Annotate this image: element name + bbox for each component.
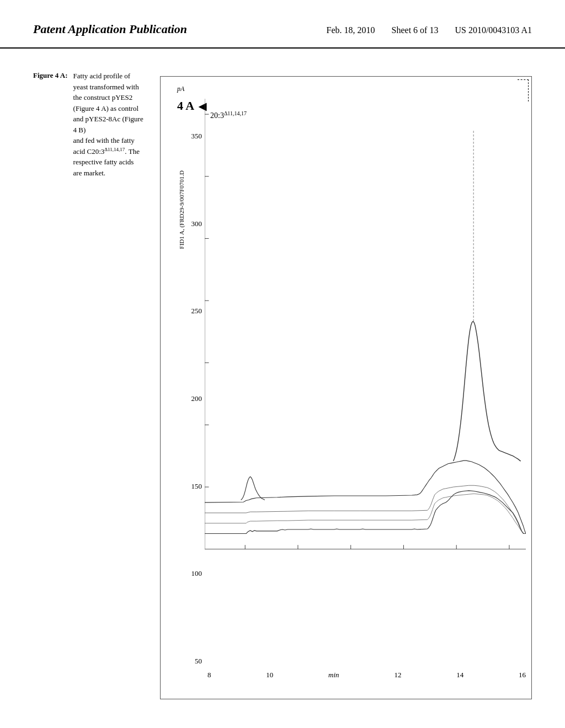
- y-axis-label: pA: [177, 85, 184, 93]
- dashed-corner: [518, 79, 529, 101]
- x-tick-8: 8: [207, 671, 211, 679]
- chromatogram-svg: [205, 99, 526, 565]
- publication-title: Patent Application Publication: [33, 22, 187, 36]
- figure-caption-text: Fatty acid profile of yeast transformed …: [73, 71, 143, 178]
- x-axis-ticks: 8 10 min 12 14 16: [207, 671, 526, 679]
- y-axis-ticks: 50 100 150 200 250 300 350: [185, 132, 202, 666]
- figure-label-key: Figure 4 A:: [33, 71, 68, 178]
- chart-container: 4 A ◀ 20:3Δ11,14,17 pA FID1 A, (FRD29-9/…: [160, 76, 532, 699]
- publication-date: Feb. 18, 2010: [327, 25, 375, 35]
- y-tick-250: 250: [185, 307, 202, 315]
- caption-superscript: Δ11,14,17: [104, 147, 125, 152]
- y-tick-100: 100: [185, 569, 202, 578]
- y-tick-300: 300: [185, 220, 202, 228]
- y-tick-200: 200: [185, 394, 202, 403]
- x-tick-16: 16: [519, 671, 526, 679]
- chart-inner: 4 A ◀ 20:3Δ11,14,17 pA FID1 A, (FRD29-9/…: [161, 77, 531, 699]
- sheet-info: Sheet 6 of 13: [392, 25, 439, 35]
- x-tick-12: 12: [394, 671, 401, 679]
- y-tick-50: 50: [185, 657, 202, 666]
- header-metadata: Feb. 18, 2010 Sheet 6 of 13 US 2010/0043…: [327, 25, 532, 35]
- figure-caption: Figure 4 A: Fatty acid profile of yeast …: [33, 71, 143, 178]
- patent-number: US 2010/0043103 A1: [455, 25, 532, 35]
- caption-area: Figure 4 A: Fatty acid profile of yeast …: [33, 71, 143, 699]
- chart-figure-label: 4 A ◀: [177, 99, 206, 113]
- x-tick-14: 14: [456, 671, 463, 679]
- x-tick-min: min: [328, 671, 339, 679]
- fid-label: FID1 A, (FRD29-9/007F0701.D: [178, 170, 185, 249]
- page-container: Patent Application Publication Feb. 18, …: [0, 0, 565, 728]
- page-header: Patent Application Publication Feb. 18, …: [0, 0, 565, 49]
- content-area: Figure 4 A: Fatty acid profile of yeast …: [0, 49, 565, 721]
- x-tick-10: 10: [266, 671, 273, 679]
- y-tick-150: 150: [185, 482, 202, 491]
- y-tick-350: 350: [185, 132, 202, 141]
